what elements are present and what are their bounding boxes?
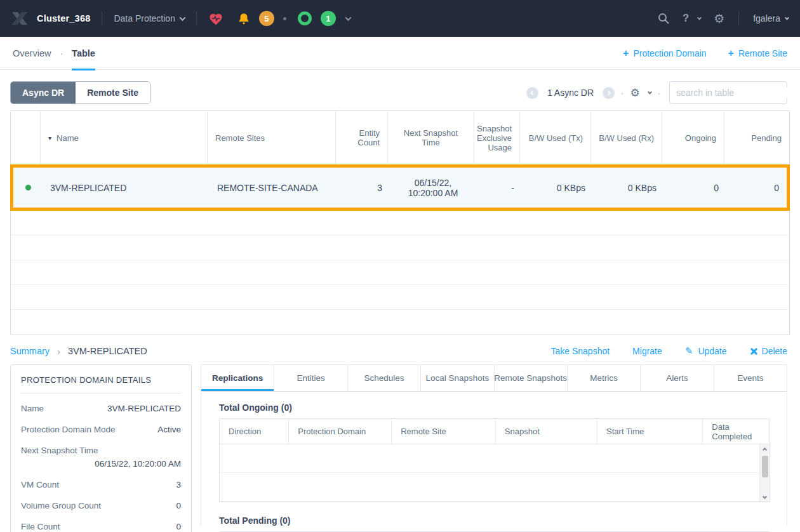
column-header-name[interactable]: ▾ Name bbox=[40, 111, 207, 164]
breadcrumb-summary-link[interactable]: Summary bbox=[10, 346, 50, 356]
protection-domain-table: ▾ Name Remote Sites Entity Count Next Sn… bbox=[10, 110, 790, 335]
ongoing-table-body bbox=[220, 444, 770, 502]
migrate-button[interactable]: Migrate bbox=[632, 346, 662, 356]
column-header-bw-used-rx[interactable]: B/W Used (Rx) bbox=[590, 111, 662, 164]
column-header-direction: Direction bbox=[220, 419, 288, 444]
tab-local-snapshots[interactable]: Local Snapshots bbox=[421, 365, 494, 391]
empty-table-row bbox=[11, 285, 789, 310]
help-menu[interactable]: ? bbox=[683, 13, 701, 24]
chevron-down-icon bbox=[697, 15, 702, 20]
delete-x-icon bbox=[750, 348, 757, 355]
scrollbar-thumb[interactable] bbox=[762, 456, 768, 477]
column-header-pending[interactable]: Pending bbox=[724, 111, 789, 164]
alerts-bell-icon[interactable] bbox=[237, 12, 250, 25]
tab-events[interactable]: Events bbox=[714, 365, 787, 391]
row-ongoing-cell: 0 bbox=[664, 183, 726, 193]
column-header-entity-count[interactable]: Entity Count bbox=[335, 111, 387, 164]
column-header-snapshot: Snapshot bbox=[495, 419, 597, 444]
dot-separator: · bbox=[621, 88, 623, 98]
section-menu-dropdown[interactable]: Data Protection bbox=[114, 13, 185, 23]
tab-entities[interactable]: Entities bbox=[274, 365, 347, 391]
table-settings-gear-icon[interactable]: ⚙ bbox=[630, 86, 651, 100]
chevron-down-icon[interactable] bbox=[345, 15, 351, 21]
cluster-name: Cluster_368 bbox=[37, 13, 90, 23]
empty-table-row bbox=[11, 236, 789, 260]
chevron-down-icon bbox=[785, 15, 789, 20]
divider bbox=[102, 11, 102, 25]
pagination-label: 1 Async DR bbox=[547, 88, 594, 98]
tab-overview[interactable]: Overview bbox=[13, 37, 51, 70]
row-next-snapshot-time-cell: 06/15/22, 10:20:00 AM bbox=[390, 178, 476, 198]
settings-gear-icon[interactable]: ⚙ bbox=[714, 13, 724, 25]
protection-domain-details-card: PROTECTION DOMAIN DETAILS Name 3VM-REPLI… bbox=[10, 364, 192, 532]
pagination-prev-button[interactable] bbox=[526, 87, 538, 99]
page-subnav: Overview · Table + Protection Domain + R… bbox=[0, 37, 800, 70]
add-protection-domain-button[interactable]: + Protection Domain bbox=[623, 48, 707, 59]
status-column-header bbox=[11, 111, 40, 164]
column-header-snapshot-exclusive-usage[interactable]: Snapshot Exclusive Usage bbox=[474, 111, 519, 164]
tab-remote-snapshots[interactable]: Remote Snapshots bbox=[495, 365, 568, 391]
tab-table[interactable]: Table bbox=[72, 37, 95, 70]
column-header-remote-site: Remote Site bbox=[391, 419, 495, 444]
tab-metrics[interactable]: Metrics bbox=[568, 365, 641, 391]
add-protection-domain-label: Protection Domain bbox=[633, 48, 706, 58]
pagination-next-button[interactable] bbox=[603, 87, 615, 99]
column-header-remote-sites[interactable]: Remote Sites bbox=[207, 111, 335, 164]
details-row: Volume Group Count 0 bbox=[21, 500, 181, 512]
details-value: 0 bbox=[176, 500, 181, 512]
total-pending-title: Total Pending (0) bbox=[219, 515, 770, 526]
row-bw-tx-cell: 0 KBps bbox=[522, 183, 593, 193]
details-value: 0 bbox=[176, 521, 181, 532]
table-row-selected[interactable]: 3VM-REPLICATED REMOTE-SITE-CANADA 3 06/1… bbox=[10, 164, 790, 211]
toggle-async-dr[interactable]: Async DR bbox=[11, 82, 76, 103]
tab-replications[interactable]: Replications bbox=[201, 365, 274, 391]
empty-table-row bbox=[220, 444, 759, 473]
table-search-input[interactable] bbox=[676, 88, 791, 98]
update-button[interactable]: ✎ Update bbox=[685, 345, 727, 357]
tab-alerts[interactable]: Alerts bbox=[641, 365, 714, 391]
table-toolbar: Async DR Remote Site 1 Async DR · ⚙ · bbox=[0, 70, 800, 108]
detail-tabs-panel: Replications Entities Schedules Local Sn… bbox=[201, 364, 787, 526]
details-value: Active bbox=[157, 424, 181, 436]
global-search-icon[interactable] bbox=[657, 12, 670, 25]
nutanix-logo-icon[interactable] bbox=[11, 11, 28, 25]
chevron-down-icon bbox=[648, 90, 652, 94]
row-remote-sites-cell: REMOTE-SITE-CANADA bbox=[210, 183, 338, 193]
dot-separator bbox=[283, 17, 286, 20]
take-snapshot-button[interactable]: Take Snapshot bbox=[550, 346, 610, 356]
username: fgalera bbox=[753, 13, 780, 23]
event-count-badge[interactable]: 1 bbox=[321, 11, 336, 26]
divider bbox=[196, 11, 197, 25]
alert-count-badge[interactable]: 5 bbox=[259, 11, 274, 26]
scroll-up-icon[interactable] bbox=[763, 444, 766, 455]
details-row: Name 3VM-REPLICATED bbox=[21, 403, 181, 415]
add-remote-site-button[interactable]: + Remote Site bbox=[728, 48, 787, 59]
row-entity-count-cell: 3 bbox=[338, 183, 390, 193]
details-row: VM Count 3 bbox=[21, 479, 181, 491]
column-header-ongoing[interactable]: Ongoing bbox=[662, 111, 724, 164]
row-pending-cell: 0 bbox=[726, 183, 787, 193]
health-heart-icon[interactable] bbox=[208, 12, 223, 25]
column-header-data-completed: Data Completed bbox=[702, 419, 770, 444]
user-menu[interactable]: fgalera bbox=[753, 13, 789, 23]
column-header-next-snapshot-time[interactable]: Next Snapshot Time bbox=[387, 111, 474, 164]
gear-icon: ⚙ bbox=[630, 86, 639, 100]
details-label: File Count bbox=[21, 521, 60, 532]
events-ring-icon[interactable] bbox=[298, 11, 312, 25]
breadcrumb-chevron-icon: › bbox=[57, 346, 60, 357]
tab-schedules[interactable]: Schedules bbox=[348, 365, 421, 391]
details-label: Name bbox=[21, 403, 44, 415]
scroll-down-icon[interactable] bbox=[763, 491, 766, 502]
sort-desc-icon: ▾ bbox=[48, 135, 51, 142]
detail-tab-bar: Replications Entities Schedules Local Sn… bbox=[201, 365, 787, 392]
details-card-title: PROTECTION DOMAIN DETAILS bbox=[21, 375, 181, 394]
toggle-remote-site[interactable]: Remote Site bbox=[76, 82, 150, 103]
details-row: Protection Domain Mode Active bbox=[21, 424, 181, 436]
ongoing-table-header: Direction Protection Domain Remote Site … bbox=[220, 419, 770, 444]
delete-button[interactable]: Delete bbox=[750, 346, 787, 356]
empty-table-row bbox=[11, 310, 789, 335]
column-header-bw-used-tx[interactable]: B/W Used (Tx) bbox=[519, 111, 590, 164]
vertical-scrollbar[interactable] bbox=[759, 444, 770, 502]
row-snapshot-exclusive-usage-cell: - bbox=[476, 183, 522, 193]
update-label: Update bbox=[698, 346, 726, 356]
